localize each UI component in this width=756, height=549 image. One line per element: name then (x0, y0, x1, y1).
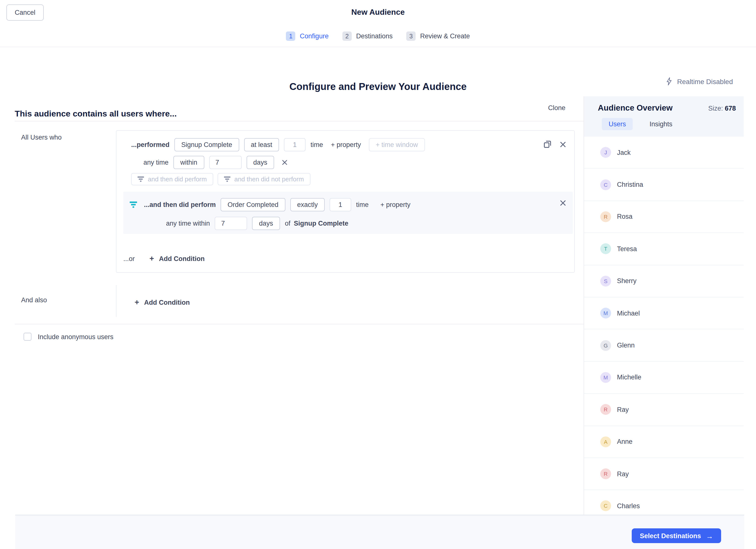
add-condition-label: Add Condition (159, 255, 205, 262)
user-name: Anne (617, 438, 632, 445)
step-number-badge: 1 (286, 31, 295, 41)
nested-condition-row: ...and then did perform Order Completed … (130, 198, 413, 211)
nested-window-prefix-label: any time within (166, 220, 210, 227)
count-input[interactable]: 1 (284, 138, 306, 151)
step-number-badge: 3 (406, 31, 416, 41)
and-then-did-perform-button[interactable]: and then did perform (131, 173, 213, 185)
size-label: Size: (708, 105, 723, 112)
time-value-input[interactable]: 7 (209, 156, 241, 169)
nested-time-unit-label: time (356, 201, 369, 208)
builder-bottom-divider (15, 324, 584, 325)
and-then-did-not-perform-button[interactable]: and then did not perform (218, 173, 310, 185)
nested-sequence-condition: ...and then did perform Order Completed … (123, 192, 573, 234)
section-divider (15, 121, 584, 121)
size-value: 678 (725, 105, 736, 112)
user-list-item[interactable]: C Charles (584, 490, 744, 515)
step-label: Destinations (356, 32, 393, 40)
user-list-item[interactable]: M Michael (584, 298, 744, 330)
user-name: Glenn (617, 342, 635, 349)
user-list: J Jack C Christina R Rosa T Teresa (584, 137, 744, 515)
include-anonymous-row: Include anonymous users (24, 333, 113, 341)
or-row: ...or + Add Condition (123, 254, 208, 263)
add-property-button[interactable]: + property (328, 140, 364, 149)
remove-nested-condition-icon[interactable] (560, 200, 566, 206)
avatar: S (600, 276, 611, 287)
lightning-icon (666, 77, 673, 86)
user-list-item[interactable]: S Sherry (584, 265, 744, 298)
time-comparison-select[interactable]: within (173, 156, 204, 169)
clone-button[interactable]: Clone (545, 104, 568, 112)
avatar: M (600, 372, 611, 383)
audience-builder-panel: This audience contains all users where..… (0, 96, 584, 515)
nested-prefix-label: ...and then did perform (144, 201, 216, 208)
all-users-who-label: All Users who (21, 134, 62, 141)
user-list-item[interactable]: T Teresa (584, 233, 744, 265)
condition-actions (544, 140, 566, 148)
user-list-item[interactable]: J Jack (584, 137, 744, 169)
step-label: Review & Create (420, 32, 470, 40)
time-filter-row: any time within 7 days (143, 156, 287, 169)
time-unit-select[interactable]: days (246, 156, 274, 169)
audience-size: Size: 678 (708, 105, 736, 112)
nested-window-unit-select[interactable]: days (252, 217, 280, 230)
operator-select[interactable]: at least (244, 138, 279, 151)
user-list-item[interactable]: A Anne (584, 426, 744, 458)
nested-add-property-button[interactable]: + property (378, 200, 413, 209)
step-configure[interactable]: 1 Configure (286, 31, 329, 41)
nested-window-value-input[interactable]: 7 (215, 217, 247, 230)
avatar: J (600, 147, 611, 158)
event-select[interactable]: Signup Complete (174, 138, 239, 151)
overview-tabs: Users Insights (602, 118, 736, 130)
arrow-right-icon: → (706, 532, 713, 539)
nested-window-row: any time within 7 days of Signup Complet… (166, 217, 348, 230)
nested-event-select[interactable]: Order Completed (221, 198, 285, 211)
include-anonymous-checkbox[interactable] (24, 333, 31, 341)
remove-time-filter-icon[interactable] (282, 160, 287, 165)
add-or-condition-button[interactable]: + Add Condition (147, 254, 208, 263)
avatar: T (600, 243, 611, 254)
add-and-condition-button[interactable]: + Add Condition (132, 298, 193, 307)
condition-group-card: ...performed Signup Complete at least 1 … (116, 130, 575, 273)
user-list-item[interactable]: C Christina (584, 169, 744, 201)
tab-users[interactable]: Users (602, 118, 633, 130)
user-list-item[interactable]: R Rosa (584, 201, 744, 233)
and-also-label: And also (21, 297, 47, 304)
tab-insights[interactable]: Insights (643, 118, 679, 130)
step-label: Configure (300, 32, 329, 40)
wizard-stepper: 1 Configure 2 Destinations 3 Review & Cr… (0, 26, 756, 47)
user-list-item[interactable]: R Ray (584, 394, 744, 426)
realtime-status: Realtime Disabled (666, 77, 733, 86)
user-name: Jack (617, 149, 631, 156)
step-destinations[interactable]: 2 Destinations (342, 31, 393, 41)
user-list-item[interactable]: G Glenn (584, 330, 744, 362)
select-destinations-label: Select Destinations (640, 532, 701, 539)
user-list-item[interactable]: R Ray (584, 458, 744, 490)
duplicate-condition-icon[interactable] (544, 140, 551, 148)
avatar: C (600, 179, 611, 190)
of-label: of (285, 220, 291, 227)
audience-overview-panel: Audience Overview Size: 678 Users Insigh… (584, 96, 744, 515)
user-name: Michael (617, 310, 640, 317)
add-time-window-button[interactable]: + time window (369, 138, 425, 151)
add-condition-label: Add Condition (144, 299, 190, 306)
nested-count-input[interactable]: 1 (330, 198, 351, 211)
overview-title: Audience Overview (598, 103, 672, 112)
realtime-status-label: Realtime Disabled (677, 77, 733, 85)
select-destinations-button[interactable]: Select Destinations → (632, 528, 721, 543)
funnel-icon (224, 176, 230, 182)
avatar: R (600, 211, 611, 222)
or-label: ...or (123, 255, 135, 262)
step-review-create[interactable]: 3 Review & Create (406, 31, 470, 41)
user-name: Rosa (617, 213, 632, 220)
new-audience-page: Cancel New Audience 1 Configure 2 Destin… (0, 0, 756, 549)
user-list-item[interactable]: M Michelle (584, 362, 744, 394)
builder-section-title: This audience contains all users where..… (15, 109, 177, 119)
main-heading: Configure and Preview Your Audience (0, 81, 756, 93)
user-name: Sherry (617, 278, 637, 285)
funnel-icon-teal (130, 201, 137, 208)
remove-condition-icon[interactable] (560, 141, 566, 147)
avatar: R (600, 404, 611, 415)
avatar: R (600, 468, 611, 479)
nested-operator-select[interactable]: exactly (290, 198, 325, 211)
user-name: Michelle (617, 374, 641, 381)
